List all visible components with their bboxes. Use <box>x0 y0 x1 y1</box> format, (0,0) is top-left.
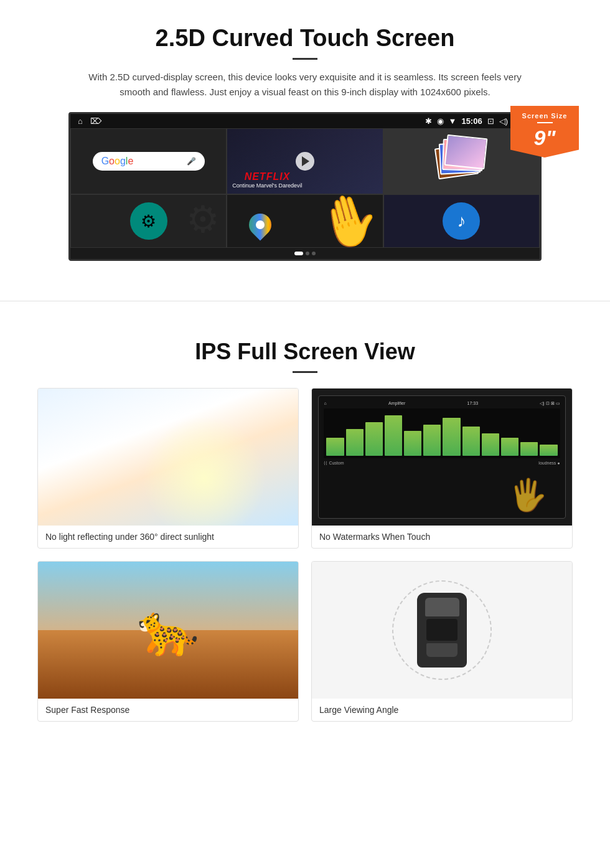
dot-1 <box>294 252 303 255</box>
dot-2 <box>306 252 309 255</box>
cheetah-caption: Super Fast Response <box>38 699 298 721</box>
wifi-icon: ▼ <box>449 116 457 126</box>
netflix-app-cell[interactable]: NETFLIX Continue Marvel's Daredevil Netf… <box>227 128 383 194</box>
sunlight-image <box>38 389 298 526</box>
pagination-dots <box>70 248 540 259</box>
eq-bars <box>324 408 560 458</box>
eq-bar-6 <box>423 425 441 456</box>
feature-amplifier: ⌂ Amplifier 17:33 ◁) ⊡ ⊠ ▭ <box>311 388 573 549</box>
eq-bar-7 <box>443 418 460 456</box>
amp-screen: ⌂ Amplifier 17:33 ◁) ⊡ ⊠ ▭ <box>318 395 565 519</box>
netflix-logo: NETFLIX <box>232 171 302 182</box>
title-divider <box>293 58 317 60</box>
badge-size-label: 9" <box>515 126 574 150</box>
google-search-bar[interactable]: Google 🎤 <box>93 152 205 171</box>
netflix-cell-content: NETFLIX Continue Marvel's Daredevil <box>227 129 382 194</box>
eq-bar-10 <box>501 438 518 456</box>
camera-icon: ⊡ <box>487 116 494 126</box>
section1-title: 2.5D Curved Touch Screen <box>37 25 573 52</box>
share-cell-content: 🤚 <box>227 195 382 247</box>
amp-controls: ⟨⟨ Custom loudness ● <box>324 461 560 466</box>
settings-icon: ⚙ <box>130 202 167 240</box>
feature-grid: No light reflecting under 360° direct su… <box>37 388 573 722</box>
device-mockup: Screen Size 9" ⌂ ⌦ ✱ ◉ ▼ 15:06 ⊡ ◁) ⊠ <box>68 112 542 261</box>
google-mic-icon: 🎤 <box>187 157 196 166</box>
settings-cell-content: ⚙ ⚙ <box>71 195 226 247</box>
hand-icon: 🤚 <box>311 195 382 247</box>
section2-title: IPS Full Screen View <box>37 339 573 365</box>
car-caption: Large Viewing Angle <box>312 699 572 721</box>
ips-section: IPS Full Screen View No light reflecting… <box>0 320 610 747</box>
google-app-cell[interactable]: Google 🎤 Google 3 × 1 <box>70 128 227 194</box>
google-logo: Google <box>101 156 134 167</box>
share-label-row: Share location 1 × 1 <box>227 247 382 248</box>
usb-icon: ⌦ <box>90 116 101 126</box>
badge-line <box>537 122 553 123</box>
google-cell-content: Google 🎤 <box>71 129 226 194</box>
hand-on-screen: 🖐 <box>509 477 547 513</box>
amp-status-bar: ⌂ Amplifier 17:33 ◁) ⊡ ⊠ ▭ <box>324 401 560 406</box>
eq-bar-2 <box>346 429 364 456</box>
eq-bar-8 <box>462 427 480 456</box>
feature-sunlight: No light reflecting under 360° direct su… <box>37 388 299 549</box>
screen-size-badge: Screen Size 9" <box>510 106 579 158</box>
amp-title: Amplifier <box>388 401 405 406</box>
sun-ray <box>142 416 266 526</box>
gmaps-icon <box>249 214 274 245</box>
app-grid: Google 🎤 Google 3 × 1 <box>70 128 540 194</box>
photo-card-4 <box>444 134 488 170</box>
status-time: 15:06 <box>461 116 482 126</box>
settings-app-cell[interactable]: ⚙ ⚙ Settings shortcut 1 × 1 <box>70 194 227 248</box>
netflix-subtitle: Continue Marvel's Daredevil <box>232 182 302 189</box>
eq-bar-11 <box>520 442 538 456</box>
netflix-overlay: NETFLIX Continue Marvel's Daredevil <box>232 171 302 189</box>
car-front-window <box>425 598 459 616</box>
settings-bg-icon: ⚙ <box>186 197 220 241</box>
share-app-cell[interactable]: 🤚 Share location 1 × 1 <box>227 194 383 248</box>
g-letter: G <box>101 156 109 166</box>
gmaps-pin <box>245 209 276 241</box>
gmaps-pin-inner <box>254 219 266 231</box>
section1-description: With 2.5D curved-display screen, this de… <box>87 70 523 100</box>
amp-loudness: loudness ● <box>538 461 560 466</box>
eq-bar-1 <box>326 438 344 456</box>
section-divider <box>0 301 610 301</box>
gmaps-icon-wrapper <box>249 214 274 245</box>
car-rear-window <box>426 643 458 657</box>
eq-bar-3 <box>365 422 383 456</box>
amp-custom-btn: ⟨⟨ Custom <box>324 461 344 466</box>
cheetah-emoji: 🐆 <box>137 601 199 659</box>
photo-stack <box>436 136 486 186</box>
sunlight-caption: No light reflecting under 360° direct su… <box>38 526 298 548</box>
settings-label-row: Settings shortcut 1 × 1 <box>71 247 226 248</box>
dot-3 <box>312 252 316 255</box>
eq-bar-12 <box>540 445 557 456</box>
sound-cell-content: ♪ <box>384 195 539 247</box>
amp-home-icon: ⌂ <box>324 401 326 406</box>
sound-app-cell[interactable]: ♪ Sound Search 1 × 1 <box>383 194 540 248</box>
car-top-view <box>417 593 467 668</box>
android-screen: ⌂ ⌦ ✱ ◉ ▼ 15:06 ⊡ ◁) ⊠ ▭ <box>68 112 542 261</box>
play-triangle-icon <box>302 156 309 166</box>
car-circle <box>392 580 492 680</box>
status-bar-left: ⌂ ⌦ <box>78 116 101 126</box>
amplifier-image: ⌂ Amplifier 17:33 ◁) ⊡ ⊠ ▭ <box>312 389 572 526</box>
curved-touch-section: 2.5D Curved Touch Screen With 2.5D curve… <box>0 0 610 282</box>
home-icon: ⌂ <box>78 116 83 126</box>
app-grid-row2: ⚙ ⚙ Settings shortcut 1 × 1 <box>70 194 540 248</box>
eq-bar-5 <box>404 431 421 456</box>
amp-time: 17:33 <box>467 401 479 406</box>
status-bar: ⌂ ⌦ ✱ ◉ ▼ 15:06 ⊡ ◁) ⊠ ▭ <box>70 114 540 128</box>
eq-bar-9 <box>482 433 499 456</box>
sound-label-row: Sound Search 1 × 1 <box>384 247 539 248</box>
amplifier-caption: No Watermarks When Touch <box>312 526 572 548</box>
section2-divider <box>293 371 317 373</box>
car-image <box>312 562 572 699</box>
car-roof <box>426 619 458 641</box>
cheetah-image: 🐆 <box>38 562 298 699</box>
volume-icon: ◁) <box>499 116 508 126</box>
netflix-play-button[interactable] <box>296 152 314 171</box>
bluetooth-icon: ✱ <box>425 116 432 126</box>
feature-car: Large Viewing Angle <box>311 561 573 722</box>
badge-top-label: Screen Size <box>515 112 574 120</box>
